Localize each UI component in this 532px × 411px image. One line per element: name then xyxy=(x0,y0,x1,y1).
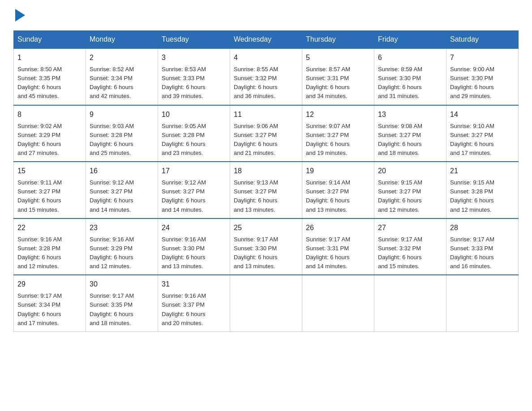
day-number: 15 xyxy=(17,166,82,176)
calendar-table: SundayMondayTuesdayWednesdayThursdayFrid… xyxy=(13,30,519,332)
calendar-day-cell: 9Sunrise: 9:03 AMSunset: 3:28 PMDaylight… xyxy=(86,105,158,162)
header xyxy=(13,9,519,23)
day-info: Sunrise: 9:05 AMSunset: 3:28 PMDaylight:… xyxy=(162,123,206,156)
day-number: 21 xyxy=(450,166,515,176)
day-header-sunday: Sunday xyxy=(14,31,86,49)
day-number: 30 xyxy=(90,279,154,290)
day-header-saturday: Saturday xyxy=(446,31,519,49)
calendar-day-cell: 30Sunrise: 9:17 AMSunset: 3:35 PMDayligh… xyxy=(86,275,158,331)
day-number: 14 xyxy=(450,109,515,120)
day-number: 13 xyxy=(378,109,442,120)
logo-arrow-icon xyxy=(15,9,25,21)
day-number: 11 xyxy=(234,109,298,120)
calendar-week-row: 22Sunrise: 9:16 AMSunset: 3:28 PMDayligh… xyxy=(14,218,519,275)
day-info: Sunrise: 8:52 AMSunset: 3:34 PMDaylight:… xyxy=(90,66,134,99)
calendar-day-cell: 7Sunrise: 9:00 AMSunset: 3:30 PMDaylight… xyxy=(446,48,519,105)
calendar-day-cell: 28Sunrise: 9:17 AMSunset: 3:33 PMDayligh… xyxy=(446,218,519,275)
day-info: Sunrise: 9:16 AMSunset: 3:28 PMDaylight:… xyxy=(17,236,62,270)
day-number: 25 xyxy=(234,223,298,233)
day-info: Sunrise: 9:06 AMSunset: 3:27 PMDaylight:… xyxy=(234,123,278,156)
day-info: Sunrise: 9:11 AMSunset: 3:27 PMDaylight:… xyxy=(17,179,62,213)
day-info: Sunrise: 8:53 AMSunset: 3:33 PMDaylight:… xyxy=(162,66,206,99)
svg-marker-0 xyxy=(15,9,25,21)
calendar-day-cell: 29Sunrise: 9:17 AMSunset: 3:34 PMDayligh… xyxy=(14,275,86,331)
day-number: 20 xyxy=(378,166,442,176)
calendar-day-cell: 14Sunrise: 9:10 AMSunset: 3:27 PMDayligh… xyxy=(446,105,519,162)
calendar-day-cell: 19Sunrise: 9:14 AMSunset: 3:27 PMDayligh… xyxy=(302,162,374,218)
day-number: 19 xyxy=(306,166,370,176)
day-number: 6 xyxy=(378,52,442,63)
day-header-tuesday: Tuesday xyxy=(158,31,230,49)
day-number: 31 xyxy=(162,279,226,290)
calendar-day-cell: 15Sunrise: 9:11 AMSunset: 3:27 PMDayligh… xyxy=(14,162,86,218)
day-header-monday: Monday xyxy=(86,31,158,49)
calendar-day-cell: 4Sunrise: 8:55 AMSunset: 3:32 PMDaylight… xyxy=(230,48,302,105)
day-number: 8 xyxy=(17,109,82,120)
calendar-day-cell: 27Sunrise: 9:17 AMSunset: 3:32 PMDayligh… xyxy=(374,218,446,275)
calendar-day-cell: 22Sunrise: 9:16 AMSunset: 3:28 PMDayligh… xyxy=(14,218,86,275)
day-info: Sunrise: 9:08 AMSunset: 3:27 PMDaylight:… xyxy=(378,123,422,156)
day-number: 17 xyxy=(162,166,226,176)
day-info: Sunrise: 8:57 AMSunset: 3:31 PMDaylight:… xyxy=(306,66,350,99)
day-number: 9 xyxy=(90,109,154,120)
calendar-day-cell: 26Sunrise: 9:17 AMSunset: 3:31 PMDayligh… xyxy=(302,218,374,275)
day-number: 16 xyxy=(90,166,154,176)
calendar-day-cell: 5Sunrise: 8:57 AMSunset: 3:31 PMDaylight… xyxy=(302,48,374,105)
calendar-day-cell: 11Sunrise: 9:06 AMSunset: 3:27 PMDayligh… xyxy=(230,105,302,162)
calendar-day-cell: 31Sunrise: 9:16 AMSunset: 3:37 PMDayligh… xyxy=(158,275,230,331)
day-info: Sunrise: 9:12 AMSunset: 3:27 PMDaylight:… xyxy=(162,179,206,213)
day-info: Sunrise: 8:50 AMSunset: 3:35 PMDaylight:… xyxy=(17,66,62,99)
calendar-week-row: 15Sunrise: 9:11 AMSunset: 3:27 PMDayligh… xyxy=(14,162,519,218)
day-number: 3 xyxy=(162,52,226,63)
day-number: 2 xyxy=(90,52,154,63)
logo xyxy=(13,9,25,23)
calendar-day-cell: 8Sunrise: 9:02 AMSunset: 3:29 PMDaylight… xyxy=(14,105,86,162)
calendar-header-row: SundayMondayTuesdayWednesdayThursdayFrid… xyxy=(14,31,519,49)
day-info: Sunrise: 9:16 AMSunset: 3:37 PMDaylight:… xyxy=(162,292,206,326)
day-info: Sunrise: 9:17 AMSunset: 3:31 PMDaylight:… xyxy=(306,236,350,270)
day-info: Sunrise: 9:02 AMSunset: 3:29 PMDaylight:… xyxy=(17,123,62,156)
calendar-week-row: 29Sunrise: 9:17 AMSunset: 3:34 PMDayligh… xyxy=(14,275,519,331)
day-number: 12 xyxy=(306,109,370,120)
day-info: Sunrise: 9:07 AMSunset: 3:27 PMDaylight:… xyxy=(306,123,350,156)
day-header-wednesday: Wednesday xyxy=(230,31,302,49)
calendar-day-cell xyxy=(230,275,302,331)
day-info: Sunrise: 9:12 AMSunset: 3:27 PMDaylight:… xyxy=(90,179,134,213)
calendar-day-cell: 3Sunrise: 8:53 AMSunset: 3:33 PMDaylight… xyxy=(158,48,230,105)
calendar-day-cell: 18Sunrise: 9:13 AMSunset: 3:27 PMDayligh… xyxy=(230,162,302,218)
calendar-day-cell: 2Sunrise: 8:52 AMSunset: 3:34 PMDaylight… xyxy=(86,48,158,105)
day-number: 28 xyxy=(450,223,515,233)
day-info: Sunrise: 9:17 AMSunset: 3:34 PMDaylight:… xyxy=(17,292,62,326)
day-info: Sunrise: 8:55 AMSunset: 3:32 PMDaylight:… xyxy=(234,66,278,99)
calendar-day-cell: 20Sunrise: 9:15 AMSunset: 3:27 PMDayligh… xyxy=(374,162,446,218)
day-number: 7 xyxy=(450,52,515,63)
day-info: Sunrise: 9:13 AMSunset: 3:27 PMDaylight:… xyxy=(234,179,278,213)
day-header-thursday: Thursday xyxy=(302,31,374,49)
day-number: 10 xyxy=(162,109,226,120)
calendar-day-cell xyxy=(446,275,519,331)
day-header-friday: Friday xyxy=(374,31,446,49)
calendar-day-cell: 12Sunrise: 9:07 AMSunset: 3:27 PMDayligh… xyxy=(302,105,374,162)
day-info: Sunrise: 9:17 AMSunset: 3:35 PMDaylight:… xyxy=(90,292,134,326)
calendar-day-cell xyxy=(374,275,446,331)
calendar-day-cell: 17Sunrise: 9:12 AMSunset: 3:27 PMDayligh… xyxy=(158,162,230,218)
calendar-day-cell: 24Sunrise: 9:16 AMSunset: 3:30 PMDayligh… xyxy=(158,218,230,275)
day-number: 18 xyxy=(234,166,298,176)
day-info: Sunrise: 9:14 AMSunset: 3:27 PMDaylight:… xyxy=(306,179,350,213)
day-info: Sunrise: 9:03 AMSunset: 3:28 PMDaylight:… xyxy=(90,123,134,156)
day-number: 5 xyxy=(306,52,370,63)
day-number: 22 xyxy=(17,223,82,233)
calendar-day-cell: 21Sunrise: 9:15 AMSunset: 3:28 PMDayligh… xyxy=(446,162,519,218)
calendar-day-cell: 25Sunrise: 9:17 AMSunset: 3:30 PMDayligh… xyxy=(230,218,302,275)
calendar-day-cell: 1Sunrise: 8:50 AMSunset: 3:35 PMDaylight… xyxy=(14,48,86,105)
day-number: 1 xyxy=(17,52,82,63)
day-number: 23 xyxy=(90,223,154,233)
day-info: Sunrise: 9:15 AMSunset: 3:27 PMDaylight:… xyxy=(378,179,422,213)
page-wrapper: SundayMondayTuesdayWednesdayThursdayFrid… xyxy=(0,0,532,341)
day-info: Sunrise: 9:16 AMSunset: 3:30 PMDaylight:… xyxy=(162,236,206,270)
day-number: 4 xyxy=(234,52,298,63)
day-number: 27 xyxy=(378,223,442,233)
calendar-day-cell: 13Sunrise: 9:08 AMSunset: 3:27 PMDayligh… xyxy=(374,105,446,162)
calendar-day-cell: 16Sunrise: 9:12 AMSunset: 3:27 PMDayligh… xyxy=(86,162,158,218)
day-info: Sunrise: 9:16 AMSunset: 3:29 PMDaylight:… xyxy=(90,236,134,270)
